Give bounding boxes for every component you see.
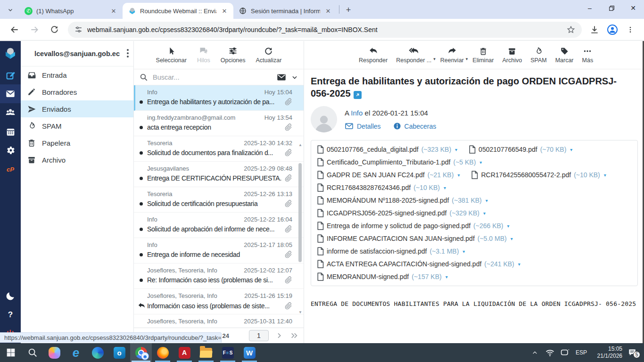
mark-button[interactable]: Marcar	[552, 45, 578, 66]
scrollbar-thumb[interactable]	[298, 163, 302, 262]
search-options-chevron-icon[interactable]	[291, 74, 298, 81]
attachment[interactable]: RCR1764255680055472-2.pdf (~10 KB) ▾	[471, 171, 606, 179]
tab-close-icon[interactable]: ✕	[109, 7, 118, 15]
refresh-button[interactable]: Actualizar	[252, 45, 286, 66]
attachment[interactable]: GADPR DE SAN JUAN FC24.pdf (~21 KB) ▾	[317, 171, 460, 179]
list-item[interactable]: Jesusgavilanes 2025-12-29 08:48 Entrega …	[134, 162, 304, 187]
tab-close-icon[interactable]: ✕	[324, 7, 332, 15]
taskbar-chrome-button[interactable]: ☻	[130, 343, 152, 362]
sidebar-item-enviados[interactable]: Enviados	[21, 100, 133, 117]
attachment[interactable]: RCR1768438287624346.pdf (~10 KB) ▾	[317, 183, 446, 192]
attachment-menu-caret-icon[interactable]: ▾	[457, 173, 460, 178]
sidebar-item-entrada[interactable]: Entrada	[21, 66, 133, 83]
attachment-menu-caret-icon[interactable]: ▾	[604, 173, 606, 178]
attachment-menu-caret-icon[interactable]: ▾	[570, 147, 572, 152]
attachment[interactable]: Entrega de informe y solictud de pago-si…	[317, 222, 632, 230]
scroll-down-icon[interactable]: ▼	[298, 310, 302, 314]
attachment-menu-caret-icon[interactable]: ▾	[511, 236, 513, 241]
attachment[interactable]: 0502107766549.pdf (~70 KB) ▾	[469, 145, 572, 154]
scroll-up-icon[interactable]: ▲	[298, 143, 302, 147]
reload-button[interactable]	[46, 22, 62, 38]
list-item[interactable]: Info Hoy 15:04 Entrega de habilitantes y…	[134, 85, 304, 111]
taskbar-edge-button[interactable]	[87, 343, 108, 362]
notification-center-button[interactable]: 5	[624, 343, 640, 362]
tray-chevron-up-icon[interactable]	[528, 343, 541, 362]
taskbar-explorer-button[interactable]	[195, 343, 217, 362]
taskbar-copilot-button[interactable]	[43, 343, 65, 362]
profile-button[interactable]	[605, 22, 620, 37]
start-button[interactable]	[0, 343, 22, 362]
attachment-menu-caret-icon[interactable]: ▾	[479, 160, 482, 165]
wifi-icon[interactable]	[543, 343, 556, 362]
compose-button[interactable]	[0, 66, 21, 84]
attachment-menu-caret-icon[interactable]: ▾	[455, 147, 457, 152]
list-item[interactable]: Info 2025-12-17 18:05 Entrega de informe…	[134, 238, 304, 263]
taskbar-search-button[interactable]	[22, 343, 43, 362]
taskbar-fes-app-button[interactable]: F≡S	[217, 343, 239, 362]
tab-whatsapp[interactable]: ✆ (1) WhatsApp ✕	[19, 3, 123, 19]
spam-button[interactable]: SPAM	[527, 45, 551, 66]
threads-button[interactable]: Hilos	[193, 44, 214, 66]
attachment-menu-caret-icon[interactable]: ▾	[444, 185, 446, 190]
account-menu-icon[interactable]	[127, 49, 129, 58]
search-input[interactable]	[153, 74, 272, 81]
list-item[interactable]: Info 2025-12-22 16:04 Solicitud de aprob…	[134, 213, 304, 238]
list-item[interactable]: Joseflores, Tesoreria, Info 2025-11-26 1…	[134, 289, 304, 314]
tab-search-button[interactable]	[4, 3, 17, 16]
attachment-menu-caret-icon[interactable]: ▾	[446, 274, 448, 280]
forward-caret-icon[interactable]: ▾	[466, 57, 468, 61]
sidebar-item-archivo[interactable]: Archivo	[21, 151, 133, 168]
bookmark-star-icon[interactable]	[567, 25, 575, 34]
reply-all-caret-icon[interactable]: ▾	[433, 57, 436, 61]
new-tab-button[interactable]: +	[342, 4, 355, 16]
sidebar-item-borradores[interactable]: Borradores	[21, 83, 133, 100]
clock[interactable]: 15:05 21/1/2026	[591, 346, 622, 360]
next-page-button[interactable]	[275, 332, 283, 339]
back-button[interactable]	[7, 22, 23, 38]
help-button[interactable]: ?	[0, 305, 21, 324]
attachment[interactable]: Certificado_Cumplimiento_Tributario-1.pd…	[317, 158, 482, 166]
attachment-menu-caret-icon[interactable]: ▾	[483, 211, 486, 216]
browser-menu-button[interactable]	[623, 22, 638, 37]
details-toggle[interactable]: Detalles	[345, 122, 381, 131]
taskbar-word-button[interactable]: W	[239, 343, 260, 362]
rail-contacts-button[interactable]	[0, 103, 21, 122]
recipient-link[interactable]: Info	[351, 109, 363, 117]
downloads-button[interactable]	[587, 22, 602, 37]
archive-button[interactable]: Archivo	[498, 45, 526, 66]
sidebar-item-spam[interactable]: SPAM	[21, 117, 133, 134]
sidebar-item-papelera[interactable]: Papelera	[21, 134, 133, 151]
attachment[interactable]: ACTA ENTREGA CAPACITACIÓN-signed-signed.…	[317, 260, 632, 268]
list-item[interactable]: Tesoreria 2025-12-26 13:13 Solicitud de …	[134, 187, 304, 213]
attachment[interactable]: INFORME CAPACITACION SAN JUAN-signed.pdf…	[317, 234, 632, 243]
reply-all-button[interactable]: Responder ...	[392, 44, 435, 66]
attachment[interactable]: MEMORANDUM-signed.pdf (~157 KB) ▾	[317, 272, 632, 281]
taskbar-acrobat-button[interactable]: A	[173, 343, 195, 362]
site-info-icon[interactable]	[74, 25, 83, 33]
attachment[interactable]: 0502107766_cedula_digital.pdf (~323 KB) …	[317, 145, 457, 154]
window-close-button[interactable]: ✕	[622, 0, 644, 16]
list-scrollbar[interactable]: ▲ ▼	[297, 85, 303, 328]
attachment[interactable]: MEMORÁNDUM Nº1188-2025-signed.pdf (~381 …	[317, 196, 632, 205]
attachment-menu-caret-icon[interactable]: ▾	[462, 249, 465, 254]
open-in-new-window-icon[interactable]	[354, 91, 362, 99]
tab-close-icon[interactable]: ✕	[220, 7, 229, 15]
taskbar-outlook-button[interactable]: o	[108, 343, 130, 362]
select-button[interactable]: Seleccionar	[152, 45, 190, 66]
list-item[interactable]: Joseflores, Tesoreria, Info 2025-12-02 1…	[134, 263, 304, 289]
cast-icon[interactable]	[558, 343, 571, 362]
attachment-menu-caret-icon[interactable]: ▾	[507, 223, 510, 229]
options-button[interactable]: Opciones	[217, 44, 249, 66]
more-button[interactable]: Más	[578, 45, 597, 66]
list-item[interactable]: Tesoreria 2025-12-30 14:32 Solicitud de …	[134, 136, 304, 162]
forward-button[interactable]: Reenviar	[437, 44, 468, 66]
delete-button[interactable]: Eliminar	[469, 45, 497, 66]
reply-button[interactable]: Responder	[355, 44, 391, 66]
window-minimize-button[interactable]: –	[579, 0, 601, 16]
rail-settings-button[interactable]	[0, 141, 21, 160]
attachment[interactable]: ICGADPRSJ056-2025-signed-signed.pdf (~32…	[317, 209, 632, 217]
address-bar[interactable]: webmail.sanjuan.gob.ec/cpsess8323026840/…	[68, 22, 582, 38]
list-item[interactable]: ing.freddyzambrano@gmail.com Hoy 13:54 a…	[134, 111, 304, 136]
rail-calendar-button[interactable]	[0, 122, 21, 141]
search-scope-mail-icon[interactable]	[276, 72, 287, 82]
